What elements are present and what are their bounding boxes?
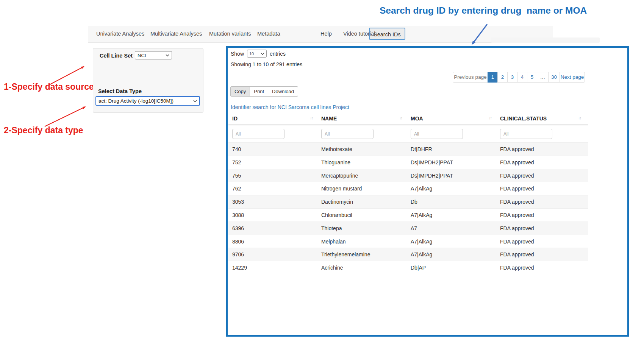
data-type-label: Select Data Type xyxy=(98,88,142,94)
cell-line-set-select[interactable]: NCI xyxy=(135,51,172,59)
table-row[interactable]: 755 Mercaptopurine Ds|IMPDH2|PPAT FDA ap… xyxy=(228,169,588,182)
column-header-id[interactable]: ID xyxy=(232,115,238,122)
tab-video-tutorial[interactable]: Video tutorial xyxy=(343,31,375,37)
tab-metadata[interactable]: Metadata xyxy=(257,31,280,37)
cell-moa: Df|DHFR xyxy=(411,146,432,152)
table-row[interactable]: 8806 Melphalan A7|AlkAg FDA approved xyxy=(228,235,588,248)
chevron-down-icon xyxy=(166,54,169,56)
sidebar-panel: Cell Line Set NCI Select Data Type act: … xyxy=(93,48,203,113)
table-row[interactable]: 9706 Triethylenemelamine A7|AlkAg FDA ap… xyxy=(228,248,588,261)
filter-input-moa[interactable] xyxy=(411,129,463,139)
cell-id: 762 xyxy=(232,186,241,192)
cell-moa: Ds|IMPDH2|PPAT xyxy=(411,159,453,165)
column-header-moa[interactable]: MOA xyxy=(411,115,423,122)
cell-moa: A7|AlkAg xyxy=(411,186,432,192)
next-page-button[interactable]: Next page xyxy=(560,72,585,83)
cell-id: 755 xyxy=(232,173,241,179)
cell-status: FDA approved xyxy=(500,265,534,271)
annotation-step2: 2-Specify data type xyxy=(4,125,83,136)
cell-id: 6396 xyxy=(232,225,244,231)
navbar: Univariate Analyses Multivariate Analyse… xyxy=(88,26,553,43)
table-row[interactable]: 6396 Thiotepa A7 FDA approved xyxy=(228,222,588,235)
cell-id: 3088 xyxy=(232,212,244,218)
sort-icon[interactable]: ↓↑ xyxy=(578,115,581,120)
cell-status: FDA approved xyxy=(500,173,534,179)
column-header-name[interactable]: NAME xyxy=(321,115,337,122)
cell-name: Acrichine xyxy=(321,265,343,271)
page: Search drug ID by entering drug name or … xyxy=(0,0,644,362)
data-type-value: act: Drug Activity (-log10[IC50M]) xyxy=(98,98,174,104)
cell-moa: A7|AlkAg xyxy=(411,239,432,245)
cell-id: 3053 xyxy=(232,199,244,205)
table-row[interactable]: 740 Methotrexate Df|DHFR FDA approved xyxy=(228,142,588,156)
cell-name: Thiotepa xyxy=(321,225,342,231)
page-button-3[interactable]: 3 xyxy=(507,72,517,83)
column-header-status[interactable]: CLINICAL.STATUS xyxy=(500,115,547,122)
cell-name: Triethylenemelamine xyxy=(321,251,370,257)
cell-status: FDA approved xyxy=(500,212,534,218)
page-button-5[interactable]: 5 xyxy=(527,72,537,83)
cell-name: Melphalan xyxy=(321,239,346,245)
page-button-1[interactable]: 1 xyxy=(488,72,498,83)
page-size-select[interactable]: 10 xyxy=(247,50,267,58)
chevron-down-icon xyxy=(193,100,197,102)
cell-status: FDA approved xyxy=(500,225,534,231)
show-label: Show xyxy=(231,51,244,57)
tab-help[interactable]: Help xyxy=(320,31,332,37)
page-size-value: 10 xyxy=(249,51,254,56)
data-type-select[interactable]: act: Drug Activity (-log10[IC50M]) xyxy=(95,96,200,106)
identifier-search-link[interactable]: Identifier search for NCI Sarcoma cell l… xyxy=(231,104,349,110)
copy-button[interactable]: Copy xyxy=(230,86,250,97)
showing-info: Showing 1 to 10 of 291 entries xyxy=(231,61,302,67)
sort-icon[interactable]: ↓↑ xyxy=(399,115,402,120)
cell-name: Mercaptopurine xyxy=(321,173,358,179)
page-button-30[interactable]: 30 xyxy=(548,72,560,83)
cell-id: 14229 xyxy=(232,265,247,271)
red-arrow-step2 xyxy=(45,107,85,126)
cell-moa: Ds|IMPDH2|PPAT xyxy=(411,173,453,179)
cell-status: FDA approved xyxy=(500,146,534,152)
page-button-4[interactable]: 4 xyxy=(517,72,527,83)
sort-icon[interactable]: ↓↑ xyxy=(489,115,491,120)
cell-name: Nitrogen mustard xyxy=(321,186,362,192)
filter-input-id[interactable] xyxy=(232,129,284,139)
page-ellipsis: … xyxy=(537,72,549,83)
previous-page-button[interactable]: Previous page xyxy=(453,72,488,83)
page-button-2[interactable]: 2 xyxy=(497,72,508,83)
cell-moa: A7|AlkAg xyxy=(411,251,432,257)
table-header-divider xyxy=(228,125,588,125)
cell-moa: A7|AlkAg xyxy=(411,212,432,218)
cell-status: FDA approved xyxy=(500,159,534,165)
tab-univariate-analyses[interactable]: Univariate Analyses xyxy=(96,31,144,37)
download-button[interactable]: Download xyxy=(268,86,298,97)
sort-icon[interactable]: ↓↑ xyxy=(310,115,313,120)
cell-name: Methotrexate xyxy=(321,146,352,152)
cell-moa: A7 xyxy=(411,225,417,231)
table-row[interactable]: 762 Nitrogen mustard A7|AlkAg FDA approv… xyxy=(228,182,588,195)
table-row[interactable]: 3053 Dactinomycin Db FDA approved xyxy=(228,195,588,208)
entries-label: entries xyxy=(270,51,286,57)
table-row[interactable]: 752 Thioguanine Ds|IMPDH2|PPAT FDA appro… xyxy=(228,156,588,169)
pagination: Previous page 1 2 3 4 5 … 30 Next page xyxy=(453,72,585,83)
tab-mutation-variants[interactable]: Mutation variants xyxy=(209,31,251,37)
cell-name: Thioguanine xyxy=(321,159,350,165)
cell-name: Chlorambucil xyxy=(321,212,352,218)
cell-moa: Db|AP xyxy=(411,265,426,271)
cell-moa: Db xyxy=(411,199,417,205)
filter-input-name[interactable] xyxy=(321,129,374,139)
chevron-down-icon xyxy=(261,53,264,55)
print-button[interactable]: Print xyxy=(250,86,268,97)
cell-id: 752 xyxy=(232,159,241,165)
table-row[interactable]: 3088 Chlorambucil A7|AlkAg FDA approved xyxy=(228,208,588,222)
export-buttons: Copy Print Download xyxy=(230,86,298,97)
table-row[interactable]: 14229 Acrichine Db|AP FDA approved xyxy=(228,261,588,274)
tab-multivariate-analyses[interactable]: Multivariate Analyses xyxy=(150,31,202,37)
annotation-title: Search drug ID by entering drug name or … xyxy=(380,5,587,16)
cell-line-set-row: Cell Line Set NCI xyxy=(100,52,133,61)
cell-id: 8806 xyxy=(232,239,244,245)
cell-status: FDA approved xyxy=(500,199,534,205)
cell-status: FDA approved xyxy=(500,239,534,245)
cell-id: 9706 xyxy=(232,251,244,257)
filter-input-status[interactable] xyxy=(500,129,552,139)
annotation-step1: 1-Specify data source xyxy=(4,82,94,92)
